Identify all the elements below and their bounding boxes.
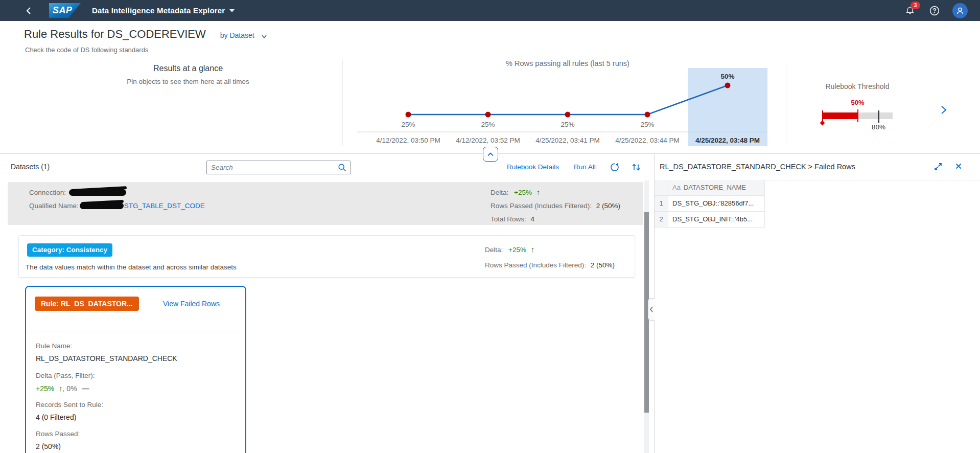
rule-delta-value: +25% ↑, 0% —: [36, 384, 89, 393]
threshold-target-label: 80%: [864, 123, 894, 131]
rule-card[interactable]: Rule: RL_DS_DATASTOR... View Failed Rows…: [25, 286, 246, 453]
chevron-up-icon: [486, 151, 495, 157]
svg-text:4/25/2022, 03:41 PM: 4/25/2022, 03:41 PM: [535, 137, 599, 144]
trend-up-icon: ↑: [59, 384, 63, 393]
search-icon[interactable]: [338, 163, 347, 172]
qualified-name-link[interactable]: STG_TABLE_DST_CODE: [124, 202, 205, 210]
threshold-start-tick: [822, 110, 823, 121]
table-row[interactable]: 1DS_STG_OBJ::'82856df7...: [655, 196, 765, 212]
view-failed-rows-link[interactable]: View Failed Rows: [163, 300, 220, 308]
notifications-button[interactable]: 3: [903, 4, 917, 17]
threshold-value-label: 50%: [843, 99, 873, 106]
search-box: [206, 161, 351, 174]
search-input[interactable]: [207, 161, 350, 174]
panel-resize-handle[interactable]: [648, 298, 655, 321]
rule-rows-passed-value: 2 (50%): [36, 442, 61, 450]
page-header: Rule Results for DS_CODEREVIEW by Datase…: [24, 28, 268, 41]
trend-up-icon: ↑: [531, 245, 535, 254]
app-window: SAP Data Intelligence Metadata Explorer …: [0, 0, 980, 453]
svg-text:25%: 25%: [401, 121, 415, 128]
records-sent-label: Records Sent to Rule:: [36, 401, 103, 409]
row-number: 1: [655, 196, 668, 211]
total-rows-value: 4: [531, 215, 535, 223]
help-button[interactable]: ?: [928, 4, 941, 17]
back-button[interactable]: [22, 5, 35, 17]
glance-hint: Pin objects to see them here at all time…: [60, 78, 316, 85]
refresh-button[interactable]: [609, 162, 620, 173]
refresh-icon: [609, 162, 620, 173]
view-by-dropdown[interactable]: by Dataset: [220, 31, 254, 39]
sort-arrows-icon: [631, 162, 642, 173]
row-number-header: [655, 180, 668, 195]
category-card: Category: Consistency The data values ma…: [18, 235, 635, 278]
fullscreen-icon: [933, 162, 943, 172]
column-header[interactable]: AaDATASTORE_NAME: [668, 180, 765, 195]
table-body: 1DS_STG_OBJ::'82856df7...2DS_STG_OBJ_INI…: [655, 196, 765, 228]
delta-value: +25%: [514, 189, 532, 196]
sort-button[interactable]: [631, 162, 642, 173]
threshold-title: Rulebook Threshold: [786, 82, 929, 90]
person-icon: [955, 6, 965, 15]
rulebook-details-link[interactable]: Rulebook Details: [507, 163, 559, 171]
threshold-value-tick: [857, 109, 858, 122]
connection-label: Connection:: [29, 189, 66, 196]
chevron-right-icon: [939, 104, 948, 116]
failed-rows-panel-title: RL_DS_DATASTORE_STANDARD_CHECK > Failed …: [660, 163, 855, 171]
table-row[interactable]: 2DS_STG_OBJ_INIT::'4b5...: [655, 212, 765, 228]
rows-passed-label: Rows Passed (Includes Filtered):: [491, 202, 592, 210]
notification-badge: 3: [911, 2, 920, 9]
rule-badge: Rule: RL_DS_DATASTOR...: [35, 297, 139, 311]
delta-value: +25%: [508, 246, 526, 254]
svg-text:25%: 25%: [561, 121, 574, 128]
datastore-name-cell: DS_STG_OBJ::'82856df7...: [668, 196, 765, 211]
dataset-header-row: Connection: Qualified Name:STG_TABLE_DST…: [8, 182, 643, 225]
svg-text:4/25/2022, 03:48 PM: 4/25/2022, 03:48 PM: [695, 137, 760, 144]
glance-title: Results at a glance: [60, 64, 316, 73]
delta-label: Delta:: [485, 246, 503, 254]
no-change-icon: —: [82, 384, 89, 393]
collapse-overview-button[interactable]: [483, 147, 498, 162]
datasets-count-label: Datasets (1): [11, 163, 50, 171]
redacted-qualified-name: [80, 202, 124, 209]
datasets-list: Connection: Qualified Name:STG_TABLE_DST…: [0, 180, 644, 453]
rows-passed-value: 2 (50%): [596, 202, 620, 210]
expand-panel-button[interactable]: [933, 162, 944, 173]
failed-rows-panel: RL_DS_DATASTORE_STANDARD_CHECK > Failed …: [654, 154, 980, 453]
help-icon: ?: [929, 5, 940, 16]
user-avatar[interactable]: [952, 3, 968, 18]
table-header-row: AaDATASTORE_NAME: [655, 180, 765, 196]
results-at-a-glance: Results at a glance Pin objects to see t…: [60, 64, 316, 85]
delta-filter-value: , 0%: [63, 384, 77, 393]
svg-text:25%: 25%: [640, 121, 654, 128]
rule-name-label: Rule Name:: [36, 342, 72, 350]
svg-text:4/25/2022, 03:44 PM: 4/25/2022, 03:44 PM: [615, 137, 679, 144]
failed-rows-table: AaDATASTORE_NAME 1DS_STG_OBJ::'82856df7.…: [655, 180, 765, 228]
close-panel-button[interactable]: [954, 162, 965, 173]
threshold-marker-diamond: [820, 121, 825, 126]
category-badge: Category: Consistency: [27, 243, 112, 257]
trend-up-icon: ↑: [536, 188, 541, 196]
delta-label: Delta:: [491, 189, 508, 196]
sap-logo: SAP: [49, 3, 81, 18]
rulebook-threshold: Rulebook Threshold 50% 80%: [786, 59, 980, 154]
page-title: Rule Results for DS_CODEREVIEW: [24, 28, 206, 41]
records-sent-value: 4 (0 Filtered): [36, 413, 76, 421]
app-title-caret-icon[interactable]: [229, 9, 235, 12]
runs-line-chart[interactable]: % Rows passing all rules (last 5 runs)25…: [353, 59, 786, 151]
expand-threshold-button[interactable]: [939, 104, 951, 117]
total-rows-label: Total Rows:: [491, 215, 526, 223]
threshold-target-tick: [878, 110, 879, 123]
run-all-link[interactable]: Run All: [574, 163, 596, 171]
divider: [342, 60, 343, 146]
rule-delta-label: Delta (Pass, Filter):: [36, 372, 95, 379]
category-delta: Delta: +25% ↑: [485, 245, 534, 254]
svg-text:?: ?: [932, 7, 936, 14]
close-icon: [954, 162, 963, 171]
chevron-down-icon[interactable]: [261, 34, 268, 39]
chevron-left-icon: [649, 305, 654, 313]
app-title[interactable]: Data Intelligence Metadata Explorer: [92, 6, 225, 15]
connection-line: Connection:: [29, 189, 126, 196]
text-type-icon: Aa: [672, 184, 681, 191]
divider: [26, 331, 245, 331]
svg-text:50%: 50%: [720, 73, 734, 80]
